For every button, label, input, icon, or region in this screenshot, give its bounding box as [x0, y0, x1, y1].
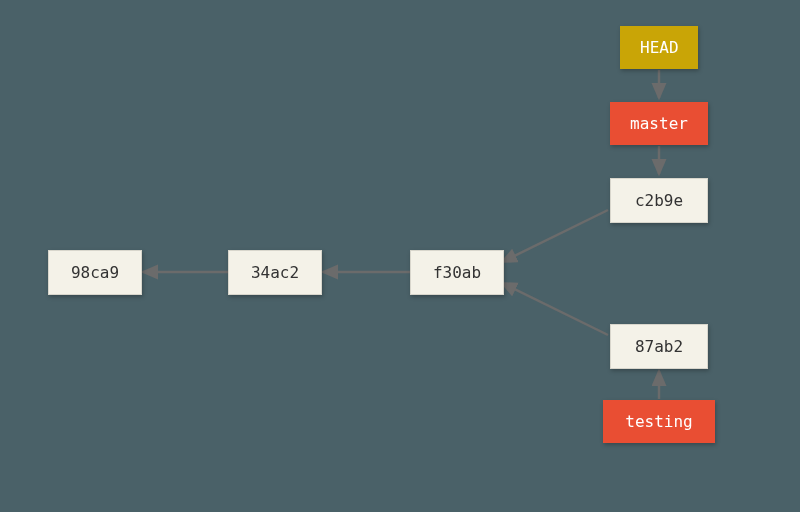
branch-master-label: master	[630, 114, 688, 133]
commit-34ac2: 34ac2	[228, 250, 322, 295]
commit-f30ab-hash: f30ab	[433, 263, 481, 282]
commit-34ac2-hash: 34ac2	[251, 263, 299, 282]
branch-testing-label: testing	[625, 412, 692, 431]
head-pointer: HEAD	[620, 26, 698, 69]
branch-master: master	[610, 102, 708, 145]
commit-98ca9: 98ca9	[48, 250, 142, 295]
commit-c2b9e-hash: c2b9e	[635, 191, 683, 210]
commit-f30ab: f30ab	[410, 250, 504, 295]
branch-testing: testing	[603, 400, 715, 443]
commit-87ab2: 87ab2	[610, 324, 708, 369]
commit-c2b9e: c2b9e	[610, 178, 708, 223]
arrow-87ab2-to-f30ab	[502, 283, 608, 335]
head-label: HEAD	[640, 38, 679, 57]
commit-87ab2-hash: 87ab2	[635, 337, 683, 356]
arrow-c2b9e-to-f30ab	[502, 210, 608, 262]
commit-98ca9-hash: 98ca9	[71, 263, 119, 282]
